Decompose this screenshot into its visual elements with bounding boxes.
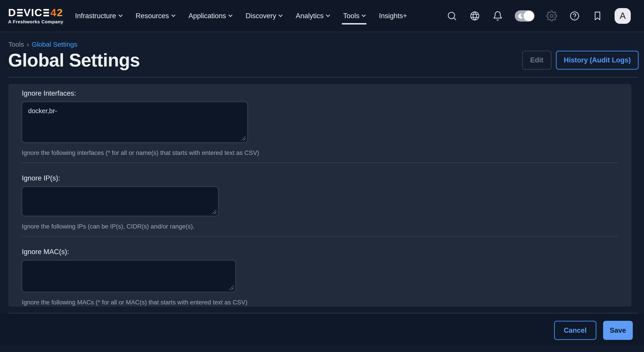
ignore-ips-help: Ignore the following IPs (can be IP(s), …	[22, 223, 618, 230]
ignore-ips-field: Ignore IP(s): Ignore the following IPs (…	[22, 174, 618, 230]
section-divider	[22, 236, 618, 237]
edit-button[interactable]: Edit	[522, 51, 552, 70]
page-header: Global Settings Edit History (Audit Logs…	[8, 50, 638, 70]
breadcrumb-separator: ›	[27, 41, 29, 48]
ignore-ips-label: Ignore IP(s):	[22, 174, 618, 182]
nav-item-insights-plus[interactable]: Insights+	[378, 12, 408, 20]
nav-item-infrastructure[interactable]: Infrastructure	[74, 12, 122, 20]
page-title: Global Settings	[8, 50, 140, 70]
search-icon[interactable]	[446, 10, 458, 22]
moon-icon	[516, 12, 524, 20]
ignore-interfaces-field: Ignore Interfaces: docker,br- Ignore the…	[22, 89, 618, 156]
ignore-macs-help: Ignore the following MACs (* for all or …	[22, 299, 618, 306]
settings-gear-icon[interactable]	[546, 10, 558, 22]
nav-item-discovery[interactable]: Discovery	[245, 12, 282, 20]
main-content: Tools › Global Settings Global Settings …	[0, 41, 644, 346]
device42-wordmark: D VIC 42	[8, 7, 63, 18]
chevron-down-icon	[118, 13, 122, 17]
nav-item-analytics[interactable]: Analytics	[295, 12, 330, 20]
logo-stylized-e-icon	[17, 9, 23, 16]
topbar-actions: A	[446, 8, 631, 24]
form-footer: Cancel Save	[0, 313, 644, 346]
toggle-knob	[524, 11, 534, 21]
main-navigation: Infrastructure Resources Applications Di…	[74, 12, 408, 20]
ignore-interfaces-label: Ignore Interfaces:	[22, 89, 618, 97]
avatar-initial: A	[620, 11, 626, 21]
global-settings-form-panel: Ignore Interfaces: docker,br- Ignore the…	[8, 84, 632, 307]
bookmark-icon[interactable]	[592, 10, 603, 22]
nav-item-applications[interactable]: Applications	[188, 12, 232, 20]
nav-item-tools[interactable]: Tools	[343, 12, 366, 20]
notifications-bell-icon[interactable]	[492, 10, 504, 22]
section-divider	[22, 163, 618, 163]
header-divider	[8, 77, 638, 77]
chevron-down-icon	[362, 13, 366, 17]
cancel-button[interactable]: Cancel	[554, 321, 596, 340]
user-avatar[interactable]: A	[614, 8, 631, 24]
logo-tagline: A Freshworks Company	[8, 19, 63, 24]
chevron-down-icon	[326, 13, 330, 17]
logo-letter-d: D	[8, 7, 16, 18]
save-button[interactable]: Save	[603, 321, 633, 340]
device42-logo[interactable]: D VIC 42 A Freshworks Company	[8, 7, 63, 24]
page-actions: Edit History (Audit Logs)	[522, 51, 638, 70]
breadcrumb: Tools › Global Settings	[8, 41, 644, 48]
chevron-down-icon	[228, 13, 232, 17]
top-navigation-bar: D VIC 42 A Freshworks Company Infrastruc…	[0, 0, 644, 32]
breadcrumb-global-settings[interactable]: Global Settings	[32, 41, 77, 48]
history-audit-logs-button[interactable]: History (Audit Logs)	[556, 51, 638, 70]
ignore-interfaces-textarea[interactable]: docker,br-	[22, 102, 248, 143]
ignore-ips-textarea[interactable]	[22, 187, 218, 216]
logo-letters-vic: VIC	[24, 7, 42, 18]
logo-42: 42	[50, 7, 63, 18]
chevron-down-icon	[171, 13, 175, 17]
help-icon[interactable]	[569, 10, 580, 22]
breadcrumb-tools[interactable]: Tools	[8, 41, 24, 48]
ignore-macs-field: Ignore MAC(s): Ignore the following MACs…	[22, 248, 618, 306]
nav-item-resources[interactable]: Resources	[135, 12, 175, 20]
ignore-interfaces-help: Ignore the following interfaces (* for a…	[22, 149, 618, 156]
logo-stylized-e-icon	[43, 9, 49, 16]
ignore-macs-textarea[interactable]	[22, 260, 236, 292]
globe-icon[interactable]	[469, 10, 481, 22]
dark-mode-toggle[interactable]	[515, 10, 534, 21]
ignore-macs-label: Ignore MAC(s):	[22, 248, 618, 256]
chevron-down-icon	[278, 13, 282, 17]
